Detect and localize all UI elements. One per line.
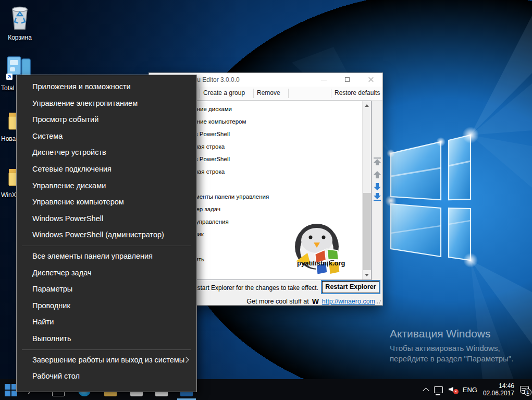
menu-item[interactable]: Завершение работы или выход из системы bbox=[17, 352, 196, 369]
menu-item[interactable]: Выполнить bbox=[17, 331, 196, 347]
menu-item[interactable]: Windows PowerShell bbox=[17, 211, 196, 227]
scrollbar-thumb[interactable] bbox=[363, 193, 371, 270]
move-to-top-button[interactable] bbox=[373, 157, 382, 166]
footer: Get more cool stuff at W http://winaero.… bbox=[246, 298, 375, 305]
menu-item[interactable]: Управление дисками bbox=[17, 178, 196, 195]
menu-item[interactable]: Рабочий стол bbox=[17, 368, 196, 385]
menu-item[interactable]: Проводник bbox=[17, 298, 196, 314]
menu-item[interactable]: Диспетчер задач bbox=[17, 265, 196, 282]
menu-item[interactable]: Управление компьютером bbox=[17, 194, 196, 211]
menu-separator bbox=[22, 246, 191, 246]
maximize-button[interactable] bbox=[336, 73, 359, 87]
winx-menu: Приложения и возможностиУправление элект… bbox=[16, 75, 197, 392]
move-to-bottom-button[interactable] bbox=[373, 192, 382, 201]
move-down-button[interactable] bbox=[373, 182, 382, 191]
activation-watermark: Активация Windows Чтобы активировать Win… bbox=[390, 328, 513, 364]
action-center-icon[interactable]: 1 bbox=[520, 386, 529, 394]
pyatilistnik-watermark: pyatilistnik.org bbox=[289, 221, 351, 277]
notification-badge: 1 bbox=[524, 389, 531, 396]
winaero-link[interactable]: http://winaero.com bbox=[322, 298, 375, 305]
show-hidden-icons-chevron-icon[interactable] bbox=[423, 387, 429, 394]
vertical-scrollbar[interactable] bbox=[362, 101, 371, 280]
menu-item[interactable]: Управление электропитанием bbox=[17, 95, 196, 112]
taskbar-clock[interactable]: 14:46 02.06.2017 bbox=[483, 382, 514, 397]
menu-item[interactable]: Windows PowerShell (администратор) bbox=[17, 227, 196, 244]
toolbar-separator bbox=[253, 89, 254, 98]
stamp-text: pyatilistnik.org bbox=[297, 259, 345, 267]
clock-date: 02.06.2017 bbox=[483, 390, 514, 397]
system-tray: × ENG 14:46 02.06.2017 1 bbox=[424, 379, 529, 400]
move-up-button[interactable] bbox=[373, 171, 382, 179]
desktop-icon-label: Корзина bbox=[0, 34, 40, 41]
menu-item[interactable]: Сетевые подключения bbox=[17, 161, 196, 178]
menu-separator bbox=[22, 349, 191, 350]
toolbar-separator bbox=[331, 89, 331, 98]
desktop-icon-recycle-bin[interactable]: Корзина bbox=[0, 3, 40, 41]
footer-text: Get more cool stuff at bbox=[246, 298, 308, 305]
remove-button[interactable]: Remove bbox=[257, 89, 280, 96]
mute-badge-icon: × bbox=[453, 389, 459, 394]
activation-line2: перейдите в раздел "Параметры". bbox=[390, 354, 513, 364]
menu-item[interactable]: Система bbox=[17, 128, 196, 145]
language-indicator[interactable]: ENG bbox=[463, 386, 477, 394]
menu-item[interactable]: Приложения и возможности bbox=[17, 79, 196, 95]
clock-time: 14:46 bbox=[483, 382, 514, 390]
activation-line1: Чтобы активировать Windows, bbox=[390, 343, 513, 354]
toolbar-separator bbox=[200, 89, 200, 98]
create-group-button[interactable]: Create a group bbox=[203, 89, 245, 96]
submenu-chevron-icon bbox=[183, 357, 189, 362]
maximize-icon bbox=[345, 77, 350, 82]
minimize-icon bbox=[321, 80, 327, 80]
scroll-down-icon[interactable] bbox=[363, 271, 372, 280]
restart-explorer-button[interactable]: Restart Explorer bbox=[322, 281, 379, 293]
menu-item[interactable]: Диспетчер устройств bbox=[17, 144, 196, 161]
restore-defaults-button[interactable]: Restore defaults bbox=[335, 89, 380, 96]
menu-item[interactable]: Параметры bbox=[17, 281, 196, 298]
menu-item[interactable]: Найти bbox=[17, 314, 196, 331]
desktop: Корзина Total Inve... Нова... WinX... Ак… bbox=[0, 0, 532, 400]
close-button[interactable] bbox=[359, 73, 382, 87]
recycle-bin-icon bbox=[0, 3, 40, 30]
menu-item[interactable]: Все элементы панели управления bbox=[17, 248, 196, 265]
minimize-button[interactable] bbox=[312, 73, 336, 87]
scroll-up-icon[interactable] bbox=[363, 101, 372, 110]
resize-grip[interactable] bbox=[376, 299, 381, 304]
activation-title: Активация Windows bbox=[390, 328, 513, 340]
network-icon[interactable] bbox=[434, 386, 443, 393]
menu-item[interactable]: Просмотр событий bbox=[17, 112, 196, 128]
toolbar-separator bbox=[288, 89, 289, 98]
volume-muted-icon[interactable]: × bbox=[449, 386, 457, 393]
winaero-logo-icon: W bbox=[312, 298, 319, 305]
